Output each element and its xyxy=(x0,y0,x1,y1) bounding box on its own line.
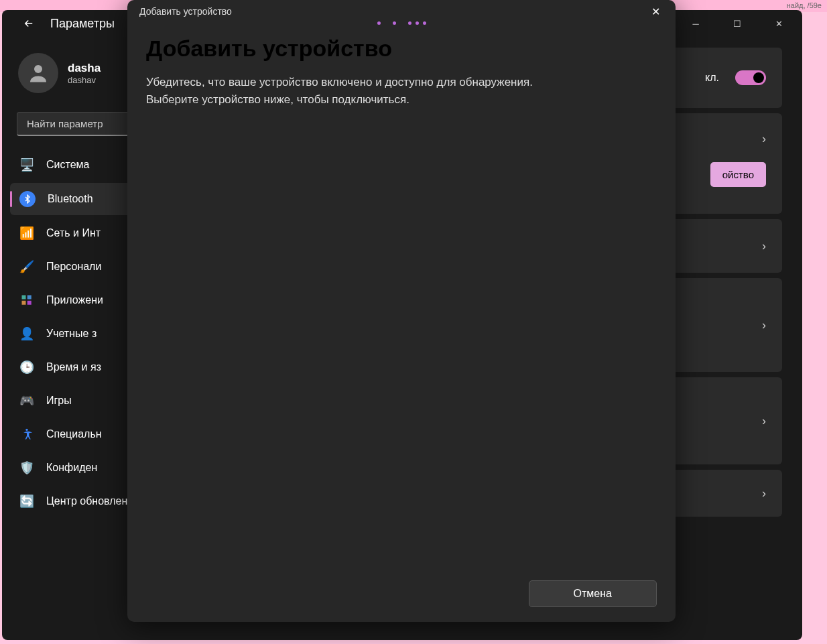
nav-label: Учетные з xyxy=(46,328,97,340)
nav-label: Время и яз xyxy=(46,361,101,373)
user-email: dashav xyxy=(68,75,101,85)
nav-label: Персонали xyxy=(46,261,101,273)
nav-icon: 🎮 xyxy=(19,393,34,408)
svg-rect-1 xyxy=(22,296,26,300)
chevron-right-icon: › xyxy=(762,318,766,332)
svg-rect-4 xyxy=(27,301,31,305)
avatar xyxy=(18,53,58,93)
nav-icon: 🕒 xyxy=(19,360,34,375)
dialog-heading: Добавить устройство xyxy=(146,36,657,62)
nav-icon: 👤 xyxy=(19,326,34,341)
bluetooth-toggle[interactable] xyxy=(735,70,766,85)
nav-label: Приложени xyxy=(46,294,103,306)
bluetooth-icon xyxy=(19,191,36,207)
nav-icon: 🔄 xyxy=(19,494,34,509)
minimize-button[interactable]: ─ xyxy=(680,13,711,34)
nav-label: Конфиден xyxy=(46,462,97,474)
back-button[interactable] xyxy=(18,13,40,34)
svg-point-0 xyxy=(34,65,42,73)
nav-label: Специальн xyxy=(46,428,102,440)
add-device-dialog: Добавить устройство ✕ Добавить устройств… xyxy=(127,0,676,622)
nav-label: Bluetooth xyxy=(48,193,93,205)
dialog-description: Убедитесь, что ваше устройство включено … xyxy=(146,74,657,108)
dialog-titlebar-text: Добавить устройство xyxy=(139,6,232,17)
add-device-button[interactable]: ойство xyxy=(710,162,766,187)
nav-icon: 📶 xyxy=(19,226,34,241)
toggle-status-label: кл. xyxy=(705,72,719,84)
svg-rect-3 xyxy=(22,301,26,305)
dialog-close-button[interactable]: ✕ xyxy=(642,1,669,21)
accessibility-icon xyxy=(19,427,34,442)
close-window-button[interactable]: ✕ xyxy=(763,13,794,34)
apps-icon xyxy=(19,293,34,308)
nav-label: Система xyxy=(46,159,89,171)
svg-point-5 xyxy=(25,429,27,431)
chevron-right-icon: › xyxy=(762,132,766,146)
nav-icon: 🖌️ xyxy=(19,259,34,274)
chevron-right-icon: › xyxy=(762,487,766,501)
nav-icon: 🛡️ xyxy=(19,460,34,475)
progress-indicator xyxy=(127,20,676,29)
svg-rect-2 xyxy=(27,296,31,300)
page-title: Параметры xyxy=(50,17,115,31)
cancel-button[interactable]: Отмена xyxy=(529,580,657,607)
nav-icon: 🖥️ xyxy=(19,157,34,172)
nav-label: Сеть и Инт xyxy=(46,227,101,239)
nav-label: Игры xyxy=(46,395,72,407)
user-name: dasha xyxy=(68,62,101,75)
maximize-button[interactable]: ☐ xyxy=(722,13,753,34)
chevron-right-icon: › xyxy=(762,239,766,253)
chevron-right-icon: › xyxy=(762,414,766,428)
